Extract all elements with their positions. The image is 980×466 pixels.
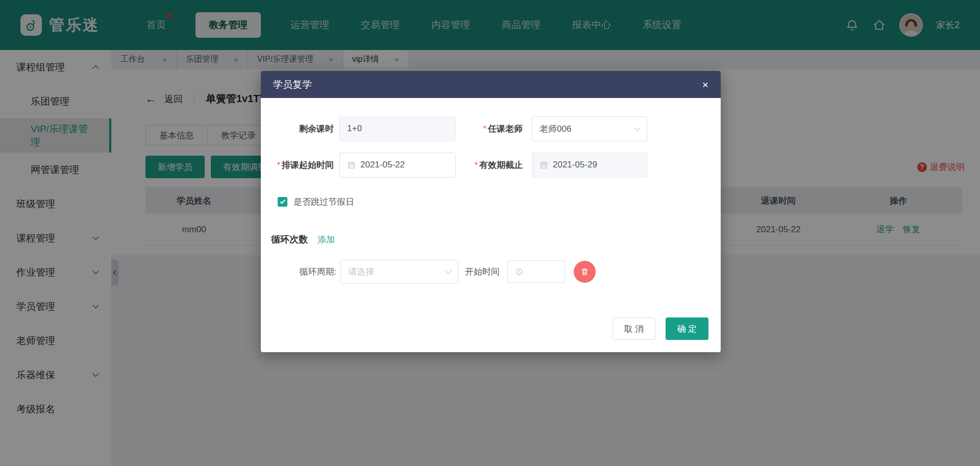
trash-icon — [580, 267, 589, 276]
skip-holiday-row: 是否跳过节假日 — [278, 197, 721, 207]
calendar-icon — [540, 161, 548, 169]
resume-study-dialog: 学员复学 × 剩余课时 1+0 *任课老师 老师006 *排课起始时间 2021… — [261, 71, 721, 352]
remaining-hours-input: 1+0 — [339, 116, 456, 141]
cancel-button[interactable]: 取 消 — [612, 317, 655, 340]
start-date-label: *排课起始时间 — [261, 159, 334, 171]
form-row-1: 剩余课时 1+0 *任课老师 老师006 — [261, 116, 721, 141]
skip-holiday-label: 是否跳过节假日 — [293, 196, 354, 208]
cycle-period-select[interactable]: 请选择 — [340, 260, 458, 284]
form-row-2: *排课起始时间 2021-05-22 *有效期截止 2021-05-29 — [261, 152, 721, 178]
dialog-footer: 取 消 确 定 — [261, 317, 721, 340]
dialog-header: 学员复学 × — [261, 71, 721, 98]
clock-icon — [515, 267, 524, 276]
cycle-count-row: 循环次数 添加 — [271, 233, 721, 244]
start-time-label: 开始时间 — [465, 266, 500, 278]
chevron-down-icon — [445, 267, 452, 274]
close-icon[interactable]: × — [702, 79, 708, 90]
remaining-hours-label: 剩余课时 — [261, 123, 334, 135]
skip-holiday-checkbox[interactable] — [278, 197, 287, 207]
end-date-picker: 2021-05-29 — [532, 153, 647, 178]
chevron-down-icon — [634, 125, 641, 131]
cycle-count-label: 循环次数 — [271, 233, 308, 246]
dialog-title: 学员复学 — [273, 78, 312, 91]
confirm-button[interactable]: 确 定 — [666, 317, 708, 340]
cycle-period-label: 循环周期: — [261, 266, 336, 278]
add-cycle-link[interactable]: 添加 — [317, 234, 335, 246]
calendar-icon — [347, 161, 356, 169]
cycle-config-row: 循环周期: 请选择 开始时间 — [261, 259, 721, 284]
delete-cycle-button[interactable] — [574, 261, 596, 283]
start-time-picker[interactable] — [507, 260, 565, 283]
end-date-label: *有效期截止 — [456, 159, 523, 171]
required-asterisk: * — [277, 160, 280, 170]
teacher-label: *任课老师 — [456, 123, 523, 135]
check-icon — [280, 198, 285, 204]
required-asterisk: * — [483, 124, 486, 134]
start-date-picker[interactable]: 2021-05-22 — [339, 153, 456, 178]
teacher-select[interactable]: 老师006 — [532, 116, 647, 141]
required-asterisk: * — [474, 160, 478, 170]
